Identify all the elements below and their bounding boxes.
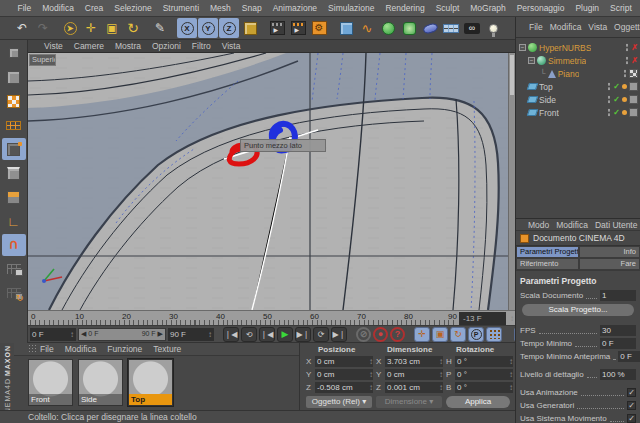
render-settings-icon[interactable]: ⚙ [309,18,329,38]
lock-z-axis-button[interactable]: Z [219,18,239,38]
texture-tag-icon[interactable] [629,82,638,91]
menu-script[interactable]: Script [605,3,638,13]
key-parameter-button[interactable]: P [468,327,484,342]
tab-info[interactable]: Info [579,246,640,258]
viewport-menu-viste[interactable]: Viste [44,41,63,51]
rotate-tool-icon[interactable]: ↻ [123,18,143,38]
scale-tool-icon[interactable]: ▣ [102,18,122,38]
lock-y-axis-button[interactable]: Y [198,18,218,38]
menu-modifica[interactable]: Modifica [37,3,80,13]
position-y-field[interactable]: 0 cm↕ [315,369,373,380]
axis-mode-icon[interactable]: ∟ [2,210,26,232]
render-picture-viewer-icon[interactable] [288,18,308,38]
tab-parametri-progetto[interactable]: Parametri Progetto [516,246,579,258]
usa-animazione-checkbox[interactable]: ✓ [627,388,636,397]
viewport-menu-mostra[interactable]: Mostra [115,41,141,51]
object-mode-dropdown[interactable]: Oggetto (Rel) ▾ [306,396,372,408]
make-editable-icon[interactable] [2,42,26,64]
menu-sculpt[interactable]: Sculpt [430,3,465,13]
material-menu-modifica[interactable]: Modifica [65,344,97,354]
layer-dot-icon[interactable] [622,110,627,115]
deformers-icon[interactable] [399,18,419,38]
collapse-icon[interactable]: − [528,57,535,64]
position-x-field[interactable]: 0 cm↕ [315,356,373,367]
enabled-icon[interactable]: ✓ [613,82,620,91]
visibility-dots-icon[interactable] [607,95,611,104]
primitive-cube-icon[interactable] [336,18,356,38]
autokey-help-button[interactable]: ? [390,327,405,342]
texture-tag-icon[interactable] [629,95,638,104]
am-menu-modo[interactable]: Modo [528,220,549,230]
disabled-icon[interactable]: ✗ [631,43,638,52]
rotation-h-field[interactable]: 0 °↕ [455,356,513,367]
play-button[interactable]: ▶ [277,327,293,342]
visibility-dots-icon[interactable] [625,43,629,52]
autokey-off-button[interactable]: ⊘ [356,327,371,342]
layer-dot-icon[interactable] [622,84,627,89]
render-view-icon[interactable] [267,18,287,38]
texture-tag-icon[interactable] [629,69,638,78]
rotation-b-field[interactable]: 0 °↕ [455,382,513,393]
tab-riferimento[interactable]: Riferimento [516,258,579,270]
material-top[interactable]: Top [128,359,173,406]
menu-personaggio[interactable]: Personaggio [511,3,570,13]
frame-offset-field[interactable]: -13 F [459,312,506,325]
goto-prev-key-button[interactable]: ⟲ [241,327,257,342]
menu-file[interactable]: File [12,3,37,13]
polygons-mode-icon[interactable] [2,186,26,208]
viewport-menu-opzioni[interactable]: Opzioni [152,41,181,51]
menu-mograph[interactable]: MoGraph [465,3,511,13]
key-rotation-button[interactable]: ↻ [450,327,466,342]
apply-button[interactable]: Applica [446,396,510,408]
usa-sistema-movimento-checkbox[interactable]: ✓ [627,414,636,423]
goto-start-button[interactable]: ❘◀ [223,327,239,342]
key-scale-button[interactable]: ▣ [432,327,448,342]
disabled-icon[interactable]: ✗ [631,56,638,65]
record-key-button[interactable]: ● [373,327,388,342]
prev-frame-button[interactable]: ❘◀ [259,327,275,342]
size-mode-dropdown[interactable]: Dimensione ▾ [376,396,442,408]
viewport-menu-filtro[interactable]: Filtro [192,41,211,51]
viewport-canvas[interactable]: Superiore Punto mezzo lato [28,53,515,310]
goto-next-key-button[interactable]: ⟳ [313,327,329,342]
snap-icon[interactable]: ∪ [2,234,26,256]
goto-end-button[interactable]: ▶❘ [331,327,347,342]
model-mode-icon[interactable] [2,66,26,88]
enabled-icon[interactable]: ✓ [613,108,620,117]
am-menu-modifica[interactable]: Modifica [556,220,588,230]
menu-mesh[interactable]: Mesh [205,3,237,13]
size-y-field[interactable]: 0 cm↕ [385,369,443,380]
undo-icon[interactable]: ↶ [12,18,32,38]
am-menu-dati-utente[interactable]: Dati Utente [595,220,638,230]
spline-icon[interactable]: ∿ [357,18,377,38]
material-menu-file[interactable]: File [40,344,54,354]
fps-field[interactable]: 30 [600,325,636,336]
livello-dettaglio-field[interactable]: 100 % [600,369,636,380]
scala-progetto-button[interactable]: Scala Progetto... [522,304,634,316]
menu-strumenti[interactable]: Strumenti [157,3,204,13]
material-side[interactable]: Side [78,359,123,406]
om-menu-modifica[interactable]: Modifica [550,22,582,32]
texture-mode-icon[interactable] [2,90,26,112]
usa-generatori-checkbox[interactable]: ✓ [627,401,636,410]
key-pla-button[interactable] [486,327,502,342]
viewport-menu-vista[interactable]: Vista [222,41,241,51]
floor-icon[interactable] [441,18,461,38]
current-frame-field[interactable]: 0 F↕ [30,328,76,341]
tree-row-front[interactable]: Front ✓ [516,106,640,119]
tree-row-piano[interactable]: └ Piano [516,67,640,80]
size-z-field[interactable]: 0.001 cm↕ [385,382,443,393]
move-tool-icon[interactable]: ✛ [81,18,101,38]
position-z-field[interactable]: -0.508 cm↕ [315,382,373,393]
collapse-icon[interactable]: − [519,44,526,51]
rotation-p-field[interactable]: 0 °↕ [455,369,513,380]
menu-animazione[interactable]: Animazione [267,3,322,13]
redo-icon[interactable]: ↷ [33,18,53,38]
tree-row-top[interactable]: Top ✓ [516,80,640,93]
menu-snap[interactable]: Snap [236,3,267,13]
menu-plugin[interactable]: Plugin [570,3,605,13]
scala-documento-field[interactable]: 1 [600,290,636,301]
viewport-scrollbar[interactable] [508,53,515,310]
workplane-icon[interactable] [2,114,26,136]
visibility-dots-icon[interactable] [607,108,611,117]
